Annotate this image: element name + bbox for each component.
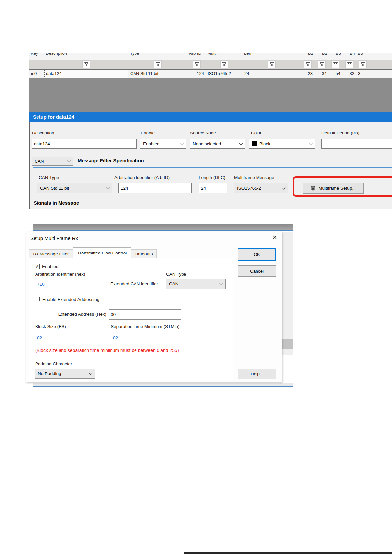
source-node-dropdown[interactable]: None selected bbox=[190, 139, 245, 149]
filter-cell-b5[interactable] bbox=[356, 60, 392, 69]
enable-extended-addressing-checkbox[interactable] bbox=[35, 297, 40, 301]
length-label: Length (DLC) bbox=[199, 175, 225, 181]
can-type-value: CAN Std 11 bit bbox=[40, 186, 69, 191]
column-header-description[interactable]: Description bbox=[44, 53, 129, 60]
filter-cell-key[interactable] bbox=[29, 60, 44, 69]
filter-cell-arb-id[interactable] bbox=[187, 60, 206, 69]
chevron-down-icon bbox=[219, 281, 223, 285]
protocol-value: CAN bbox=[35, 159, 44, 164]
table-row-cell-multi[interactable]: ISO15765-2 bbox=[206, 70, 243, 78]
tab-label: Timeouts bbox=[135, 252, 153, 256]
column-header-b2[interactable]: B2 bbox=[315, 53, 329, 60]
dialog-arb-id-input[interactable] bbox=[35, 279, 97, 289]
enable-dropdown[interactable]: Enabled bbox=[140, 139, 186, 149]
default-period-input[interactable] bbox=[321, 139, 392, 149]
table-row-cell-len[interactable]: 24 bbox=[242, 70, 301, 78]
table-row-cell-key[interactable]: in0 bbox=[29, 70, 44, 78]
multiframe-dropdown[interactable]: ISO15765-2 bbox=[234, 183, 288, 193]
column-header-b4[interactable]: B4 bbox=[342, 53, 356, 60]
background-window-right-bar bbox=[282, 339, 293, 349]
column-header-len[interactable]: Len bbox=[242, 53, 301, 60]
filter-icon[interactable] bbox=[304, 60, 312, 68]
column-header-arb-id[interactable]: Arb ID bbox=[187, 53, 206, 60]
filter-icon[interactable] bbox=[82, 60, 90, 68]
filter-cell-multi[interactable] bbox=[206, 60, 243, 69]
filter-icon[interactable] bbox=[268, 60, 276, 68]
filter-cell-b3[interactable] bbox=[329, 60, 343, 69]
filter-icon[interactable] bbox=[331, 60, 339, 68]
length-input[interactable] bbox=[199, 183, 227, 193]
enabled-checkbox[interactable]: ✓ bbox=[35, 264, 40, 269]
column-header-b3[interactable]: B3 bbox=[329, 53, 343, 60]
can-type-dropdown[interactable]: CAN Std 11 bit bbox=[37, 183, 112, 193]
filter-cell-b2[interactable] bbox=[315, 60, 329, 69]
table-row-cell-type[interactable]: CAN Std 11 bit bbox=[128, 70, 188, 78]
color-swatch bbox=[252, 141, 257, 146]
filter-icon[interactable] bbox=[193, 60, 201, 68]
multiframe-value: ISO15765-2 bbox=[237, 186, 261, 191]
filter-cell-type[interactable] bbox=[128, 60, 188, 69]
ok-button[interactable]: OK bbox=[238, 248, 276, 261]
cancel-button[interactable]: Cancel bbox=[238, 265, 276, 277]
table-row-cell-description[interactable]: data124 bbox=[44, 70, 129, 78]
column-header-b1[interactable]: B1 bbox=[301, 53, 315, 60]
tab-transmitted-flow-control[interactable]: Transmitted Flow Control bbox=[73, 247, 131, 258]
enabled-checkbox-label: Enabled bbox=[42, 264, 59, 270]
padding-character-label: Padding Character bbox=[35, 361, 72, 367]
block-size-input[interactable] bbox=[35, 333, 97, 343]
extended-address-input[interactable] bbox=[109, 309, 181, 320]
extended-can-checkbox-label: Extended CAN identifier bbox=[110, 281, 158, 287]
color-dropdown[interactable]: Black bbox=[249, 139, 315, 149]
filter-cell-len[interactable] bbox=[242, 60, 301, 69]
filter-icon[interactable] bbox=[318, 60, 326, 68]
table-row-cell-b5[interactable]: 3 bbox=[356, 70, 392, 78]
can-type-label: CAN Type bbox=[39, 175, 59, 181]
setup-panel-titlebar: Setup for data124 bbox=[29, 112, 392, 122]
dialog-can-type-dropdown[interactable]: CAN bbox=[166, 279, 226, 289]
annotation-highlight-red-box bbox=[293, 176, 392, 197]
filter-icon[interactable] bbox=[220, 60, 228, 68]
chevron-down-icon bbox=[282, 186, 285, 189]
page-bottom-artifact bbox=[184, 552, 392, 554]
stmin-input[interactable] bbox=[111, 333, 183, 343]
column-header-key[interactable]: Key bbox=[29, 53, 44, 60]
padding-character-value: No Padding bbox=[38, 371, 61, 376]
background-window-bar bbox=[33, 224, 293, 230]
filter-cell-b4[interactable] bbox=[342, 60, 356, 69]
tab-label: Transmitted Flow Control bbox=[77, 251, 127, 255]
filter-icon[interactable] bbox=[345, 60, 353, 68]
color-label: Color bbox=[251, 130, 261, 136]
filter-icon[interactable] bbox=[154, 60, 162, 68]
close-icon[interactable]: ✕ bbox=[270, 233, 279, 241]
protocol-dropdown[interactable]: CAN bbox=[32, 157, 73, 166]
chevron-down-icon bbox=[67, 159, 71, 162]
table-row-cell-b1[interactable]: 23 bbox=[301, 70, 315, 78]
help-button[interactable]: Help... bbox=[238, 369, 276, 379]
table-row-cell-b4[interactable]: 32 bbox=[342, 70, 356, 78]
filter-icon[interactable] bbox=[359, 60, 367, 68]
arb-id-input[interactable] bbox=[118, 183, 192, 193]
default-period-label: Default Period (ms) bbox=[321, 130, 359, 136]
column-header-b5[interactable]: B5 bbox=[356, 53, 392, 60]
filter-cell-description[interactable] bbox=[44, 60, 129, 69]
tab-timeouts[interactable]: Timeouts bbox=[131, 249, 157, 258]
table-row-cell-b3[interactable]: 54 bbox=[329, 70, 343, 78]
filter-cell-b1[interactable] bbox=[301, 60, 315, 69]
dialog-can-type-label: CAN Type bbox=[166, 271, 186, 277]
column-header-label: B5 bbox=[356, 53, 392, 57]
table-row-cell-b2[interactable]: 34 bbox=[315, 70, 329, 78]
column-header-label: B4 bbox=[342, 53, 356, 57]
padding-character-dropdown[interactable]: No Padding bbox=[35, 369, 95, 379]
column-header-label: Arb ID bbox=[187, 53, 206, 57]
enable-value: Enabled bbox=[143, 141, 159, 146]
extended-can-checkbox[interactable] bbox=[103, 281, 108, 286]
tab-rx-message-filter[interactable]: Rx Message Filter bbox=[29, 249, 73, 258]
table-row-cell-arb-id[interactable]: 124 bbox=[187, 70, 206, 78]
color-value: Black bbox=[259, 141, 270, 146]
column-header-type[interactable]: Type bbox=[128, 53, 188, 60]
column-header-multi[interactable]: Multi bbox=[206, 53, 243, 60]
column-header-label: B2 bbox=[315, 53, 329, 57]
dialog-can-type-value: CAN bbox=[169, 281, 179, 286]
section-rule bbox=[33, 167, 392, 168]
description-input[interactable] bbox=[32, 139, 137, 149]
